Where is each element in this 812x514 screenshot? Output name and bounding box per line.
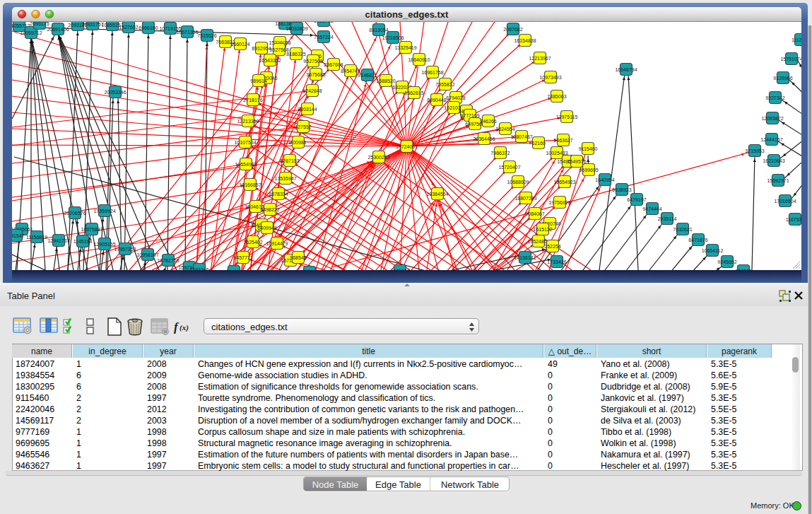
svg-text:8878334: 8878334 (269, 192, 288, 197)
svg-text:1640954: 1640954 (595, 177, 614, 182)
svg-text:700981: 700981 (290, 140, 306, 145)
svg-text:16154838: 16154838 (514, 38, 536, 43)
svg-text:16033809: 16033809 (286, 26, 307, 31)
svg-text:1112842: 1112842 (792, 37, 801, 42)
svg-text:2087682: 2087682 (503, 27, 522, 32)
svg-text:7515526: 7515526 (197, 33, 216, 38)
svg-text:20931757: 20931757 (81, 22, 103, 27)
svg-text:9463627: 9463627 (553, 138, 572, 143)
svg-text:1588520: 1588520 (376, 78, 395, 83)
svg-text:746266: 746266 (480, 119, 496, 124)
svg-text:2803144: 2803144 (298, 107, 317, 112)
svg-text:6479197: 6479197 (627, 197, 646, 202)
svg-text:9084067: 9084067 (525, 211, 544, 216)
svg-text:3215953: 3215953 (745, 148, 764, 153)
svg-text:9115460: 9115460 (579, 146, 598, 151)
svg-text:16961758: 16961758 (421, 70, 443, 75)
svg-text:9227342: 9227342 (765, 95, 784, 100)
svg-text:8990448: 8990448 (427, 98, 446, 103)
svg-text:17957253: 17957253 (114, 247, 136, 252)
svg-text:1549576: 1549576 (567, 159, 586, 164)
svg-text:20053346: 20053346 (104, 90, 126, 95)
svg-text:391547: 391547 (12, 233, 25, 238)
svg-text:1527602: 1527602 (119, 25, 138, 30)
svg-text:6409948: 6409948 (257, 226, 276, 230)
svg-text:10025433: 10025433 (546, 151, 567, 156)
svg-text:9129966: 9129966 (773, 76, 792, 81)
svg-text:7625402: 7625402 (243, 240, 262, 245)
svg-text:16914479: 16914479 (266, 241, 288, 246)
svg-text:9699695: 9699695 (579, 168, 598, 173)
svg-text:1362615: 1362615 (404, 90, 423, 95)
svg-text:16782759: 16782759 (157, 258, 179, 263)
svg-text:3624554: 3624554 (495, 127, 514, 132)
svg-text:19218506: 19218506 (382, 35, 404, 40)
svg-text:924565: 924565 (735, 269, 751, 271)
svg-text:8267153: 8267153 (280, 158, 299, 163)
svg-text:15692971: 15692971 (767, 178, 789, 183)
svg-text:252254: 252254 (544, 244, 560, 249)
svg-text:19654923: 19654923 (553, 180, 575, 185)
svg-text:1733426: 1733426 (547, 259, 566, 264)
svg-text:16210643: 16210643 (763, 158, 784, 163)
svg-text:2367608: 2367608 (324, 62, 343, 67)
svg-text:10807487: 10807487 (510, 134, 532, 139)
svg-text:7485063: 7485063 (547, 94, 566, 99)
svg-text:16648784: 16648784 (615, 67, 637, 72)
svg-text:5498222: 5498222 (260, 207, 279, 212)
svg-text:13535947: 13535947 (274, 176, 296, 181)
svg-text:12213967: 12213967 (529, 56, 551, 61)
svg-text:7632621: 7632621 (673, 227, 692, 232)
svg-text:19384554: 19384554 (426, 192, 448, 197)
svg-text:7986372: 7986372 (490, 151, 510, 156)
svg-text:989614: 989614 (250, 78, 266, 83)
svg-text:9245652: 9245652 (717, 259, 736, 264)
svg-text:2935114: 2935114 (658, 216, 677, 221)
svg-text:9777169: 9777169 (460, 113, 479, 118)
svg-text:8471676: 8471676 (688, 238, 707, 243)
svg-text:11156819: 11156819 (26, 235, 47, 240)
svg-text:1092366: 1092366 (300, 270, 319, 271)
svg-text:7357224: 7357224 (314, 35, 333, 40)
svg-text:6966160: 6966160 (139, 25, 158, 30)
svg-text:8186325: 8186325 (286, 52, 305, 57)
svg-text:8912954: 8912954 (252, 46, 271, 51)
svg-text:12444157: 12444157 (760, 137, 782, 142)
svg-text:8660124: 8660124 (230, 42, 249, 47)
svg-text:9474444: 9474444 (642, 206, 661, 211)
svg-text:10671355: 10671355 (176, 30, 198, 35)
svg-text:17359924: 17359924 (93, 209, 115, 214)
svg-text:9146821: 9146821 (358, 73, 377, 78)
svg-text:14055712: 14055712 (20, 30, 42, 35)
svg-text:12213369: 12213369 (237, 119, 259, 124)
svg-text:12942737: 12942737 (47, 238, 69, 243)
svg-text:10654112: 10654112 (702, 248, 724, 253)
svg-text:(x): (x) (180, 323, 189, 332)
svg-text:15720407: 15720407 (498, 165, 520, 170)
svg-text:15751074: 15751074 (780, 57, 801, 62)
svg-text:10975887: 10975887 (81, 227, 102, 232)
svg-text:18724007: 18724007 (396, 144, 418, 149)
svg-text:427552: 427552 (295, 124, 311, 129)
svg-text:1292346: 1292346 (189, 267, 208, 271)
svg-text:1021768: 1021768 (314, 22, 333, 23)
svg-text:17016504: 17016504 (774, 199, 796, 204)
svg-text:7955812: 7955812 (435, 82, 454, 87)
svg-text:2093175: 2093175 (30, 22, 49, 26)
svg-text:13325419: 13325419 (394, 45, 416, 50)
svg-text:9245012: 9245012 (390, 269, 409, 271)
svg-text:3675685: 3675685 (306, 72, 325, 77)
svg-text:19166857: 19166857 (239, 182, 261, 187)
svg-text:6794028: 6794028 (446, 95, 465, 100)
svg-text:10688609: 10688609 (507, 180, 529, 185)
svg-text:16543362: 16543362 (259, 58, 281, 63)
svg-text:12975115: 12975115 (556, 115, 578, 119)
svg-text:9242848: 9242848 (302, 88, 322, 93)
svg-text:1092755: 1092755 (224, 269, 243, 271)
svg-text:12093872: 12093872 (761, 116, 783, 121)
svg-text:10958107: 10958107 (136, 252, 158, 257)
svg-text:20364456: 20364456 (473, 136, 495, 141)
svg-text:9527508: 9527508 (303, 59, 322, 64)
svg-text:18640910: 18640910 (408, 57, 430, 62)
svg-text:1615132: 1615132 (533, 227, 552, 232)
